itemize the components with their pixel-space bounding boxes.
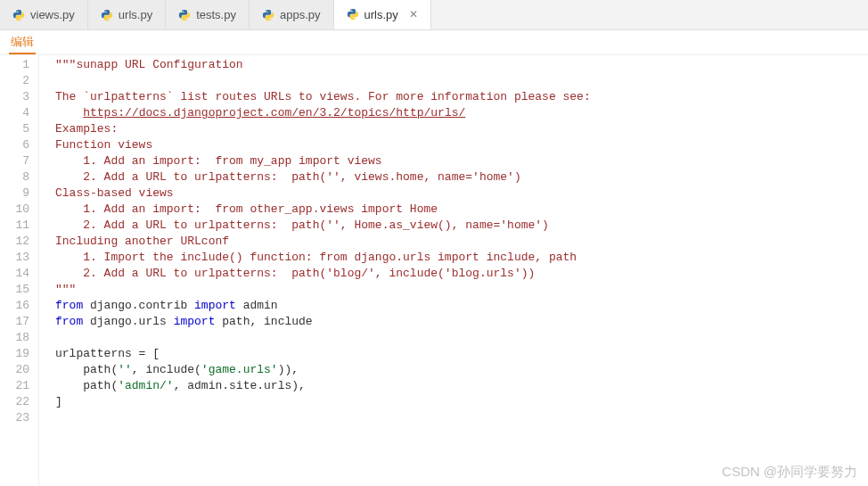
code-token: path(	[55, 379, 118, 392]
line-number: 19	[0, 346, 29, 362]
code-token: Examples:	[55, 122, 118, 136]
line-number: 8	[0, 169, 29, 185]
code-line[interactable]: from django.contrib import admin	[55, 298, 868, 314]
line-number: 5	[0, 121, 29, 137]
code-token: from	[55, 299, 90, 312]
code-token: django.contrib	[90, 299, 194, 312]
code-line[interactable]: 2. Add a URL to urlpatterns: path('', Ho…	[55, 218, 868, 234]
sub-bar: 编辑	[0, 30, 868, 55]
tab-urls-py-4[interactable]: urls.py✕	[334, 0, 431, 29]
code-editor[interactable]: 1234567891011121314151617181920212223 ""…	[0, 55, 868, 486]
code-token: https://docs.djangoproject.com/en/3.2/to…	[83, 106, 465, 119]
code-token: path(	[55, 363, 118, 376]
close-icon[interactable]: ✕	[409, 8, 418, 21]
code-token: 2. Add a URL to urlpatterns: path('', vi…	[55, 170, 521, 184]
python-file-icon	[178, 9, 191, 21]
code-line[interactable]	[55, 73, 868, 89]
line-number: 12	[0, 234, 29, 250]
line-number: 10	[0, 202, 29, 218]
tab-tests-py-2[interactable]: tests.py	[166, 0, 250, 29]
code-token: import	[194, 299, 243, 312]
line-number: 9	[0, 185, 29, 202]
sub-bar-label[interactable]: 编辑	[9, 30, 36, 54]
code-token: path, include	[222, 315, 312, 328]
tab-bar: views.pyurls.pytests.pyapps.pyurls.py✕	[0, 0, 868, 30]
code-token: , include(	[132, 363, 201, 376]
code-token: from	[55, 315, 90, 328]
python-file-icon	[101, 9, 113, 21]
line-number: 2	[0, 73, 29, 89]
line-number: 13	[0, 250, 29, 266]
code-line[interactable]: Function views	[55, 137, 868, 153]
code-token: import	[174, 315, 223, 328]
python-file-icon	[347, 8, 359, 21]
line-number: 16	[0, 298, 29, 314]
code-token: 'admin/'	[118, 379, 173, 392]
line-number: 6	[0, 137, 29, 153]
code-line[interactable]: Class-based views	[55, 185, 868, 202]
line-number: 17	[0, 314, 29, 330]
code-line[interactable]: path('admin/', admin.site.urls),	[55, 378, 868, 394]
code-token: ]	[55, 395, 62, 408]
line-number: 1	[0, 57, 29, 73]
code-line[interactable]: 1. Add an import: from other_app.views i…	[55, 202, 868, 218]
tab-label: views.py	[30, 8, 75, 21]
line-number: 20	[0, 362, 29, 378]
line-number-gutter: 1234567891011121314151617181920212223	[0, 55, 39, 486]
code-token	[55, 106, 83, 119]
tab-apps-py-3[interactable]: apps.py	[250, 0, 334, 29]
code-line[interactable]: 1. Add an import: from my_app import vie…	[55, 153, 868, 169]
line-number: 7	[0, 153, 29, 169]
code-line[interactable]: Examples:	[55, 121, 868, 137]
line-number: 18	[0, 330, 29, 346]
code-line[interactable]: 1. Import the include() function: from d…	[55, 250, 868, 266]
python-file-icon	[12, 9, 25, 21]
code-token: )),	[278, 363, 299, 376]
tab-label: urls.py	[364, 8, 398, 21]
code-token: 2. Add a URL to urlpatterns: path('', Ho…	[55, 218, 549, 232]
code-line[interactable]: 2. Add a URL to urlpatterns: path('blog/…	[55, 266, 868, 282]
code-line[interactable]	[55, 410, 868, 426]
code-token: Class-based views	[55, 186, 174, 200]
code-line[interactable]: ]	[55, 394, 868, 410]
code-line[interactable]	[55, 330, 868, 346]
tab-label: tests.py	[196, 8, 236, 21]
code-token: django.urls	[90, 315, 174, 328]
line-number: 14	[0, 266, 29, 282]
line-number: 23	[0, 410, 29, 426]
tab-label: urls.py	[119, 8, 152, 21]
tab-label: apps.py	[280, 8, 321, 21]
code-line[interactable]: The `urlpatterns` list routes URLs to vi…	[55, 89, 868, 105]
code-token: 1. Add an import: from my_app import vie…	[55, 154, 382, 168]
code-line[interactable]: 2. Add a URL to urlpatterns: path('', vi…	[55, 169, 868, 185]
code-token: admin	[243, 299, 278, 312]
line-number: 22	[0, 394, 29, 410]
code-token: """	[55, 283, 76, 296]
code-line[interactable]: https://docs.djangoproject.com/en/3.2/to…	[55, 105, 868, 121]
code-area[interactable]: """sunapp URL ConfigurationThe `urlpatte…	[39, 55, 868, 486]
code-line[interactable]: path('', include('game.urls')),	[55, 362, 868, 378]
code-token: 1. Add an import: from other_app.views i…	[55, 202, 438, 216]
code-token: Function views	[55, 138, 152, 152]
code-line[interactable]: Including another URLconf	[55, 234, 868, 250]
code-token: , admin.site.urls),	[174, 379, 306, 392]
code-token: Including another URLconf	[55, 235, 229, 248]
code-line[interactable]: from django.urls import path, include	[55, 314, 868, 330]
code-line[interactable]: """sunapp URL Configuration	[55, 57, 868, 73]
code-line[interactable]: """	[55, 282, 868, 298]
code-line[interactable]: urlpatterns = [	[55, 346, 868, 362]
code-token: The `urlpatterns` list routes URLs to vi…	[55, 90, 591, 103]
tab-urls-py-1[interactable]: urls.py	[88, 0, 166, 29]
code-token: urlpatterns = [	[55, 347, 160, 360]
line-number: 4	[0, 105, 29, 121]
code-token: 2. Add a URL to urlpatterns: path('blog/…	[55, 267, 535, 280]
code-token: ''	[118, 363, 132, 376]
python-file-icon	[262, 9, 274, 21]
line-number: 11	[0, 218, 29, 234]
line-number: 21	[0, 378, 29, 394]
code-token: """sunapp URL Configuration	[55, 58, 243, 71]
line-number: 3	[0, 89, 29, 105]
tab-views-py-0[interactable]: views.py	[0, 0, 88, 29]
code-token: 1. Import the include() function: from d…	[55, 251, 577, 264]
code-token: 'game.urls'	[201, 363, 278, 376]
